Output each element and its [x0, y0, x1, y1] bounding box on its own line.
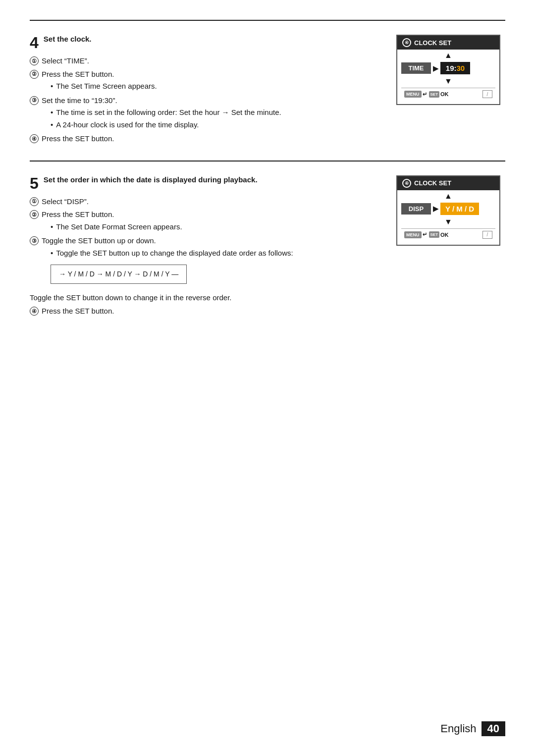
step-5-circle-3: ③	[30, 236, 39, 245]
clock-label-4: TIME	[401, 62, 431, 74]
step-4-item-1: ① Select “TIME”.	[30, 55, 381, 67]
step-5-text-4: Press the SET button.	[42, 306, 381, 317]
step-5-item-4: ④ Press the SET button.	[30, 306, 381, 317]
step-4-circle-2: ②	[30, 70, 39, 79]
menu-return-4: ↵	[423, 91, 427, 98]
clock-footer-5: MENU ↵ SET OK /	[401, 228, 495, 241]
step-4-bullet-1: The Set Time Screen appears.	[51, 81, 381, 92]
step-5-number: 5	[30, 175, 39, 191]
clock-box-5: ④ CLOCK SET ▲ DISP ▶ Y / M / D ▼ MENU ↵	[396, 175, 500, 246]
step-5-item-3: ③ Toggle the SET button up or down. Togg…	[30, 235, 381, 289]
clock-label-5: DISP	[401, 203, 431, 215]
set-ok-5: SET OK	[429, 231, 449, 238]
step-4-text-1: Select “TIME”.	[42, 55, 381, 67]
step-5-text-3: Toggle the SET button up or down. Toggle…	[42, 235, 381, 289]
step-4-circle-1: ①	[30, 56, 39, 65]
step-4-circle-4: ④	[30, 134, 39, 143]
step-5-circle-4: ④	[30, 307, 39, 316]
set-icon-5: SET	[429, 231, 440, 238]
step-4-item-3: ③ Set the time to “19:30”. The time is s…	[30, 95, 381, 132]
menu-icon-4: MENU	[404, 91, 422, 98]
page-language: English	[440, 722, 476, 735]
step-5-list-4: ④ Press the SET button.	[30, 306, 381, 317]
step-4-text-2: Press the SET button. The Set Time Scree…	[42, 69, 381, 93]
date-flow-text: → Y / M / D → M / D / Y → D / M / Y —	[59, 270, 178, 278]
corner-box-5: /	[482, 231, 492, 239]
step-5-bullet-list-2: The Set Date Format Screen appears.	[51, 221, 381, 233]
clock-footer-4: MENU ↵ SET OK /	[401, 88, 495, 100]
clock-down-arrow-4: ▼	[401, 75, 495, 87]
step-4-item-4: ④ Press the SET button.	[30, 133, 381, 145]
section-5-header: 5 Set the order in which the date is dis…	[30, 175, 381, 191]
page-number: 40	[482, 721, 505, 736]
step-4-bullet-list-3: The time is set in the following order: …	[51, 107, 381, 130]
step-4-text-3: Set the time to “19:30”. The time is set…	[42, 95, 381, 132]
menu-button-4: MENU ↵	[404, 91, 427, 98]
section-4-header: 4 Set the clock.	[30, 35, 381, 51]
step-4-bullet-list-1: The Set Time Screen appears.	[51, 81, 381, 92]
section-4: 4 Set the clock. ① Select “TIME”. ② Pres…	[30, 20, 505, 161]
step-5-title: Set the order in which the date is displ…	[44, 175, 258, 184]
clock-value-4: 19:30	[440, 62, 470, 74]
step-5-text-2: Press the SET button. The Set Date Forma…	[42, 209, 381, 233]
menu-return-5: ↵	[423, 231, 427, 238]
step-5-list: ① Select “DISP”. ② Press the SET button.…	[30, 196, 381, 289]
set-ok-4: SET OK	[429, 91, 449, 98]
step-4-title: Set the clock.	[44, 35, 92, 43]
clock-row-5: DISP ▶ Y / M / D	[401, 203, 495, 215]
clock-value-ymd-5: Y / M / D	[440, 203, 479, 215]
corner-box-4: /	[482, 90, 492, 98]
page-footer: English 40	[440, 721, 505, 736]
step-5-bullet-3a: Toggle the SET button up to change the d…	[51, 248, 381, 259]
clock-up-arrow-4: ▲	[401, 50, 495, 61]
step-4-number: 4	[30, 35, 39, 51]
section-4-clock-ui: ④ CLOCK SET ▲ TIME ▶ 19:30 ▼	[396, 35, 505, 105]
step-5-bullet-list-3: Toggle the SET button up to change the d…	[51, 248, 381, 259]
step-4-circle-3: ③	[30, 96, 39, 105]
clock-body-5: ▲ DISP ▶ Y / M / D ▼ MENU ↵ SET	[397, 190, 499, 245]
ok-label-5: OK	[440, 232, 449, 238]
step-5-circle-1: ①	[30, 197, 39, 206]
clock-up-arrow-5: ▲	[401, 190, 495, 202]
section-5-clock-ui: ④ CLOCK SET ▲ DISP ▶ Y / M / D ▼ MENU ↵	[396, 175, 505, 246]
step-5-item-1: ① Select “DISP”.	[30, 196, 381, 208]
step-4-item-2: ② Press the SET button. The Set Time Scr…	[30, 69, 381, 93]
step-4-list: ① Select “TIME”. ② Press the SET button.…	[30, 55, 381, 145]
clock-body-4: ▲ TIME ▶ 19:30 ▼ MENU ↵	[397, 50, 499, 104]
step-4-bullet-3b: A 24-hour clock is used for the time dis…	[51, 119, 381, 131]
clock-box-4: ④ CLOCK SET ▲ TIME ▶ 19:30 ▼	[396, 35, 500, 105]
step-5-circle-2: ②	[30, 210, 39, 219]
menu-icon-5: MENU	[404, 231, 422, 238]
clock-down-arrow-5: ▼	[401, 216, 495, 227]
step-4-bullet-3a: The time is set in the following order: …	[51, 107, 381, 118]
menu-button-5: MENU ↵	[404, 231, 427, 238]
step-4-text-4: Press the SET button.	[42, 133, 381, 145]
ok-label-4: OK	[440, 91, 449, 97]
set-icon-4: SET	[429, 91, 440, 98]
section-5-left: 5 Set the order in which the date is dis…	[30, 175, 381, 319]
page-content: 4 Set the clock. ① Select “TIME”. ② Pres…	[30, 20, 505, 333]
clock-header-text-4: CLOCK SET	[414, 39, 451, 47]
step-5-item-2: ② Press the SET button. The Set Date For…	[30, 209, 381, 233]
clock-row-4: TIME ▶ 19:30	[401, 62, 495, 74]
step-5-bullet-2: The Set Date Format Screen appears.	[51, 221, 381, 233]
step-5-text-1: Select “DISP”.	[42, 196, 381, 208]
date-flow-box: → Y / M / D → M / D / Y → D / M / Y —	[51, 265, 187, 284]
clock-icon-5: ④	[402, 179, 411, 188]
clock-header-text-5: CLOCK SET	[414, 179, 451, 187]
clock-row-arrow-5: ▶	[433, 205, 438, 213]
clock-icon-4: ④	[402, 38, 411, 47]
clock-header-5: ④ CLOCK SET	[397, 176, 499, 190]
section-5: 5 Set the order in which the date is dis…	[30, 161, 505, 333]
clock-header-4: ④ CLOCK SET	[397, 36, 499, 50]
clock-row-arrow-4: ▶	[433, 64, 438, 72]
section-5-para: Toggle the SET button down to change it …	[30, 292, 381, 304]
section-4-left: 4 Set the clock. ① Select “TIME”. ② Pres…	[30, 35, 381, 147]
